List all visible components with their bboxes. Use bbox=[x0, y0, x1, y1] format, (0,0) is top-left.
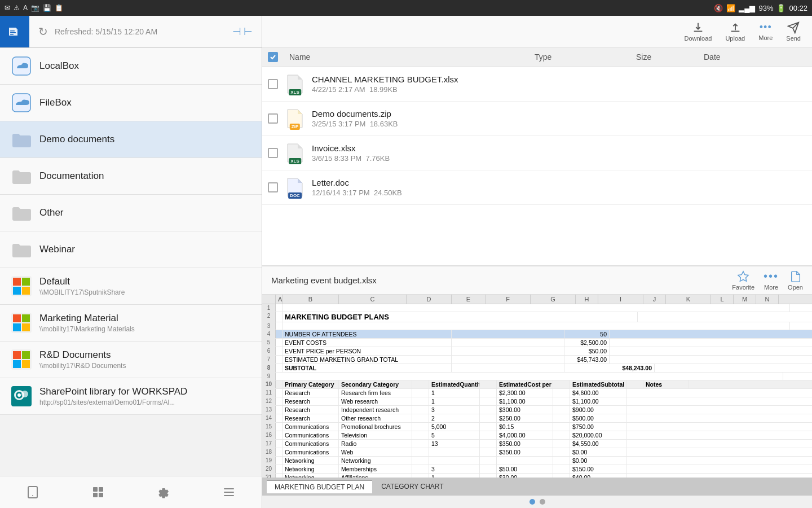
sidebar-item-sharepoint[interactable]: SharePoint library for WORKSPAD http://s… bbox=[0, 378, 262, 415]
table-row[interactable]: DOC Letter.doc 12/16/14 3:17 PM 24.50KB bbox=[262, 170, 812, 205]
sidebar-item-marketing-material-info: Marketing Material \\mobility17\Marketin… bbox=[39, 313, 135, 333]
collapse-left-icon[interactable]: ⊣ bbox=[232, 25, 241, 38]
svg-point-27 bbox=[32, 495, 33, 496]
sidebar-item-rd-documents[interactable]: R&D Documents \\mobility17\R&D Documents bbox=[0, 341, 262, 378]
open-button[interactable]: Open bbox=[788, 270, 803, 291]
file-list: XLS CHANNEL MARKETING BUDGET.xlsx 4/22/1… bbox=[262, 67, 812, 265]
preview-filename: Marketing event budget.xlsx bbox=[271, 275, 723, 285]
col-header-type: Type bbox=[530, 52, 632, 62]
row-check-1[interactable] bbox=[262, 79, 285, 89]
sheet-row: 8 SUBTOTAL $48,243.00 bbox=[262, 364, 812, 373]
sidebar-item-other[interactable]: Other bbox=[0, 195, 262, 231]
svg-marker-35 bbox=[738, 271, 748, 281]
file-meta-2: 3/25/15 3:17 PM 18.63KB bbox=[312, 120, 398, 128]
sidebar-item-demo-documents[interactable]: Demo documents bbox=[0, 121, 262, 158]
download-button[interactable]: Download bbox=[684, 21, 712, 42]
upload-button[interactable]: Upload bbox=[725, 21, 745, 42]
checkbox-2[interactable] bbox=[268, 113, 278, 124]
sidebar-item-filebox[interactable]: FileBox bbox=[0, 85, 262, 121]
table-row[interactable]: XLS Invoice.xlsx 3/6/15 8:33 PM 7.76KB bbox=[262, 136, 812, 170]
sheet-row: 14ResearchOther research2$250.00$500.00 bbox=[262, 414, 812, 423]
col-l: L bbox=[711, 295, 734, 304]
sidebar-item-rd-documents-sublabel: \\mobility17\R&D Documents bbox=[39, 362, 126, 370]
favorite-button[interactable]: Favorite bbox=[732, 270, 754, 291]
row-check-4[interactable] bbox=[262, 182, 285, 192]
more-button[interactable]: ••• More bbox=[758, 21, 773, 41]
file-info-1: CHANNEL MARKETING BUDGET.xlsx 4/22/15 2:… bbox=[312, 75, 458, 94]
sidebar-item-webinar[interactable]: Webinar bbox=[0, 231, 262, 268]
sidebar-bottom-icons bbox=[0, 476, 262, 508]
row-check-2[interactable] bbox=[262, 113, 285, 124]
file-info-4: Letter.doc 12/16/14 3:17 PM 24.50KB bbox=[312, 178, 402, 197]
folder-documentation-icon bbox=[11, 166, 32, 186]
row-num: 4 bbox=[262, 330, 276, 338]
sheet-row: 16CommunicationsTelevision5$4,000.00$20,… bbox=[262, 431, 812, 440]
svg-rect-31 bbox=[99, 493, 103, 497]
preview-toolbar: Marketing event budget.xlsx Favorite •••… bbox=[262, 266, 812, 295]
svg-rect-1 bbox=[10, 30, 15, 32]
checkbox-1[interactable] bbox=[268, 79, 278, 89]
sidebar-item-filebox-label: FileBox bbox=[39, 97, 72, 108]
status-icon-envelope: ✉ bbox=[5, 4, 10, 12]
sidebar-item-default-sublabel: \\MOBILITY17\SputnikShare bbox=[39, 288, 125, 296]
row-num: 2 bbox=[262, 312, 276, 322]
collapse-right-icon[interactable]: ⊢ bbox=[244, 25, 253, 38]
sidebar-list-icon[interactable] bbox=[196, 481, 262, 503]
select-all-check[interactable] bbox=[262, 52, 285, 62]
collapse-icons: ⊣ ⊢ bbox=[232, 25, 253, 38]
folder-webinar-icon bbox=[11, 239, 32, 260]
svg-point-25 bbox=[21, 391, 28, 397]
status-bar-left: ✉ ⚠ A 📷 💾 📋 bbox=[5, 4, 63, 12]
sidebar-item-marketing-material-label: Marketing Material bbox=[39, 313, 135, 324]
preview-more-dots-icon: ••• bbox=[764, 270, 779, 283]
col-header-size: Size bbox=[632, 52, 699, 62]
table-row[interactable]: ZIP Demo documents.zip 3/25/15 3:17 PM 1… bbox=[262, 102, 812, 136]
windows-default-icon bbox=[11, 276, 32, 296]
row-num: 9 bbox=[262, 373, 276, 380]
sheet-col-header: A B C D E F G H I J K L M N bbox=[262, 295, 812, 304]
col-n: N bbox=[756, 295, 779, 304]
sidebar-item-sharepoint-sublabel: http://sp01/sites/external/Demo01/Forms/… bbox=[39, 398, 187, 406]
svg-rect-17 bbox=[13, 351, 21, 359]
refresh-icon[interactable]: ↻ bbox=[38, 25, 48, 38]
sidebar-item-sharepoint-label: SharePoint library for WORKSPAD bbox=[39, 386, 187, 397]
sidebar-device-icon[interactable] bbox=[0, 481, 65, 503]
battery-icon: 🔋 bbox=[776, 4, 785, 12]
select-all-checkbox[interactable] bbox=[268, 52, 278, 62]
file-name-2: Demo documents.zip bbox=[312, 109, 398, 119]
sheet-row: 11ResearchResearch firm fees1$2,300.00$4… bbox=[262, 389, 812, 397]
col-g: G bbox=[531, 295, 576, 304]
sidebar-item-documentation[interactable]: Documentation bbox=[0, 158, 262, 195]
sidebar-item-marketing-material-sublabel: \\mobility17\Marketing Materials bbox=[39, 325, 135, 333]
col-header-name: Name bbox=[285, 52, 530, 62]
sheet-row: 5 EVENT COSTS $2,500.00 bbox=[262, 339, 812, 347]
sidebar-settings-icon[interactable] bbox=[131, 481, 196, 503]
checkbox-3[interactable] bbox=[268, 148, 278, 158]
header-bar: ↻ Refreshed: 5/15/15 12:20 AM ⊣ ⊢ bbox=[29, 16, 262, 47]
sidebar-grid-icon[interactable] bbox=[65, 481, 131, 503]
row-num: 6 bbox=[262, 347, 276, 355]
tab-marketing-budget-plan[interactable]: MARKETING BUDGET PLAN bbox=[267, 480, 372, 493]
sidebar-item-localbox[interactable]: LocalBox bbox=[0, 48, 262, 85]
preview-more-button[interactable]: ••• More bbox=[764, 270, 779, 291]
table-row[interactable]: XLS CHANNEL MARKETING BUDGET.xlsx 4/22/1… bbox=[262, 67, 812, 102]
main-panel: Download Upload ••• More Send Name bbox=[262, 16, 812, 508]
file-meta-1: 4/22/15 2:17 AM 18.99KB bbox=[312, 85, 458, 94]
svg-rect-30 bbox=[93, 493, 98, 497]
sidebar-item-marketing-material[interactable]: Marketing Material \\mobility17\Marketin… bbox=[0, 305, 262, 341]
col-header-date: Date bbox=[699, 52, 812, 62]
send-button[interactable]: Send bbox=[786, 21, 801, 42]
checkbox-4[interactable] bbox=[268, 182, 278, 192]
sharepoint-icon bbox=[11, 386, 32, 406]
file-info-2: Demo documents.zip 3/25/15 3:17 PM 18.63… bbox=[312, 109, 398, 128]
sheet-row: 10 Primary Category Secondary Category E… bbox=[262, 380, 812, 389]
sidebar-item-default[interactable]: Default \\MOBILITY17\SputnikShare bbox=[0, 268, 262, 305]
file-name-cell-4: DOC Letter.doc 12/16/14 3:17 PM 24.50KB bbox=[285, 176, 530, 199]
folder-demo-icon bbox=[11, 129, 32, 150]
row-check-3[interactable] bbox=[262, 148, 285, 158]
svg-rect-19 bbox=[13, 360, 21, 368]
row-num: 5 bbox=[262, 339, 276, 347]
col-m: M bbox=[734, 295, 756, 304]
tab-category-chart[interactable]: CATEGORY CHART bbox=[373, 480, 451, 493]
sidebar-item-default-label: Default bbox=[39, 276, 125, 287]
